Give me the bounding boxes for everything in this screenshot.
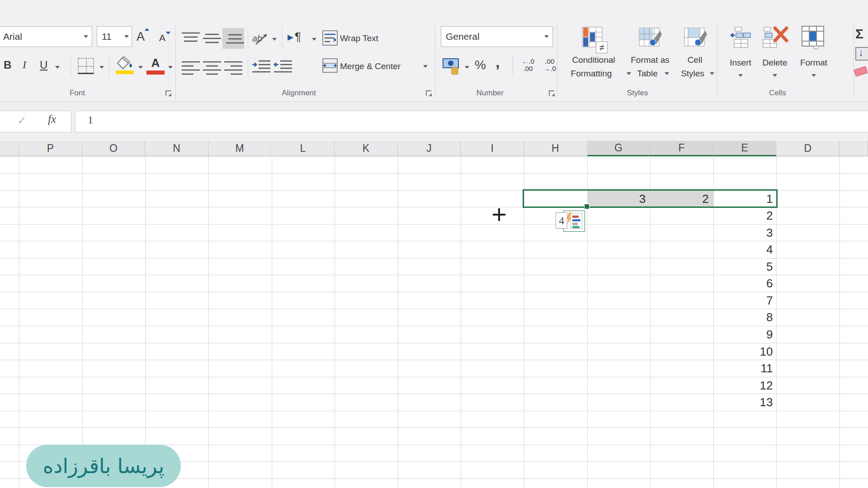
format-as-table-label-1[interactable]: Format as — [631, 55, 670, 65]
merge-center-icon[interactable] — [323, 59, 337, 72]
insert-function-icon[interactable]: fx — [48, 113, 56, 126]
group-separator — [717, 24, 717, 99]
separator — [248, 56, 248, 78]
delete-chevron-icon[interactable] — [773, 74, 777, 77]
text-direction-arrow: ▶ — [288, 33, 293, 42]
enter-check-icon[interactable]: ✓ — [17, 114, 27, 127]
italic-button[interactable]: I — [23, 59, 26, 71]
cell-value-E6: 4 — [713, 243, 773, 260]
increase-indent-icon[interactable] — [252, 60, 270, 74]
number-format-combo[interactable]: General — [441, 26, 553, 47]
chevron-down-icon[interactable] — [544, 35, 549, 38]
column-header-D[interactable]: D — [776, 141, 840, 156]
font-color-chevron-icon[interactable] — [168, 66, 173, 69]
fill-icon[interactable]: ↓ — [855, 47, 868, 61]
column-header-J[interactable]: J — [398, 141, 461, 156]
align-center-icon[interactable] — [203, 61, 221, 73]
column-header-partial[interactable] — [0, 141, 19, 156]
align-top-icon[interactable] — [182, 32, 200, 44]
column-header-L[interactable]: L — [272, 141, 335, 156]
font-color-icon[interactable]: A — [146, 56, 165, 75]
autosum-icon[interactable]: Σ — [855, 26, 863, 42]
insert-cells-icon[interactable] — [731, 27, 751, 48]
insert-chevron-icon[interactable] — [738, 74, 743, 77]
orientation-chevron-icon[interactable] — [272, 38, 277, 41]
font-name-combo[interactable]: Arial — [0, 26, 92, 47]
percent-style-button[interactable]: % — [475, 58, 486, 72]
format-label[interactable]: Format — [800, 58, 827, 68]
column-header-F[interactable]: F — [650, 141, 713, 156]
number-dialog-launcher-icon[interactable] — [549, 90, 554, 96]
font-size-combo[interactable]: 11 — [97, 26, 132, 47]
fill-handle[interactable] — [584, 204, 590, 209]
font-group-label: Font — [70, 89, 85, 98]
accounting-chevron-icon[interactable] — [465, 66, 469, 69]
underline-chevron-icon[interactable] — [55, 66, 60, 69]
column-header-N[interactable]: N — [145, 141, 208, 156]
fill-arrow: ↓ — [859, 47, 863, 59]
wrap-text-icon[interactable] — [323, 31, 337, 45]
conditional-formatting-label-2[interactable]: Formatting — [571, 69, 612, 79]
fill-color-icon[interactable] — [116, 57, 135, 75]
align-left-icon[interactable] — [182, 61, 200, 73]
insert-label[interactable]: Insert — [730, 58, 751, 68]
cell-styles-chevron-icon[interactable] — [710, 72, 714, 75]
afo-bar-gray — [572, 223, 578, 225]
decrease-indent-icon[interactable] — [274, 60, 292, 74]
decrease-decimal-button[interactable]: .00 →.0 — [540, 58, 560, 72]
delete-cells-icon[interactable] — [763, 27, 788, 48]
fill-color-chevron-icon[interactable] — [138, 66, 143, 69]
text-direction-icon[interactable]: ▶ ¶ — [288, 32, 307, 45]
align-right-icon[interactable] — [224, 61, 242, 73]
gridline-vertical — [398, 156, 398, 488]
column-header-H[interactable]: H — [524, 141, 587, 156]
format-as-table-chevron-icon[interactable] — [665, 72, 669, 75]
column-header-E[interactable]: E — [713, 141, 777, 156]
align-middle-icon[interactable] — [203, 33, 221, 44]
increase-decimal-button[interactable]: ←.0 .00 — [518, 58, 538, 72]
grow-font-button[interactable]: A — [137, 30, 145, 44]
borders-chevron-icon[interactable] — [99, 66, 104, 69]
group-separator — [175, 24, 176, 99]
chevron-down-icon[interactable] — [124, 35, 129, 38]
gridline-vertical — [461, 156, 461, 488]
conditional-formatting-label-1[interactable]: Conditional — [572, 55, 615, 65]
merge-center-label[interactable]: Merge & Center — [340, 61, 401, 71]
format-cells-icon[interactable] — [802, 26, 825, 49]
column-header-K[interactable]: K — [335, 141, 398, 156]
column-header-partial[interactable] — [840, 141, 868, 156]
formula-input[interactable] — [75, 111, 868, 132]
align-bottom-icon — [224, 33, 242, 45]
cell-styles-icon[interactable] — [684, 28, 707, 51]
comma-style-button[interactable]: , — [495, 53, 500, 71]
accounting-format-icon[interactable] — [443, 58, 461, 74]
cell-styles-label-2[interactable]: Styles — [681, 69, 704, 79]
borders-icon[interactable] — [78, 58, 94, 74]
conditional-formatting-icon[interactable]: ≠ — [582, 27, 606, 52]
format-as-table-icon[interactable] — [639, 28, 662, 51]
format-chevron-icon[interactable] — [811, 74, 816, 77]
alignment-dialog-launcher-icon[interactable] — [426, 90, 431, 96]
wrap-text-label[interactable]: Wrap Text — [340, 33, 378, 43]
orientation-icon[interactable]: ab — [252, 31, 269, 46]
column-header-I[interactable]: I — [461, 141, 524, 156]
column-header-P[interactable]: P — [19, 141, 82, 156]
column-header-M[interactable]: M — [208, 141, 272, 156]
column-header-O[interactable]: O — [82, 141, 146, 156]
underline-button[interactable]: U — [40, 59, 47, 71]
cell-value-E12: 10 — [713, 345, 773, 362]
align-bottom-button-active[interactable] — [222, 28, 244, 49]
text-direction-chevron-icon[interactable] — [312, 38, 316, 41]
chevron-down-icon[interactable] — [84, 35, 88, 38]
cells-group-label: Cells — [769, 89, 786, 98]
delete-label[interactable]: Delete — [763, 58, 788, 68]
format-as-table-label-2[interactable]: Table — [637, 69, 657, 79]
cell-styles-label-1[interactable]: Cell — [688, 55, 703, 65]
merge-center-chevron-icon[interactable] — [423, 65, 428, 68]
font-dialog-launcher-icon[interactable] — [165, 90, 171, 96]
conditional-formatting-chevron-icon[interactable] — [627, 72, 631, 75]
bold-button[interactable]: B — [4, 59, 11, 71]
column-header-G[interactable]: G — [587, 141, 651, 156]
clear-icon[interactable] — [854, 68, 868, 79]
shrink-font-button[interactable]: A — [159, 33, 165, 43]
